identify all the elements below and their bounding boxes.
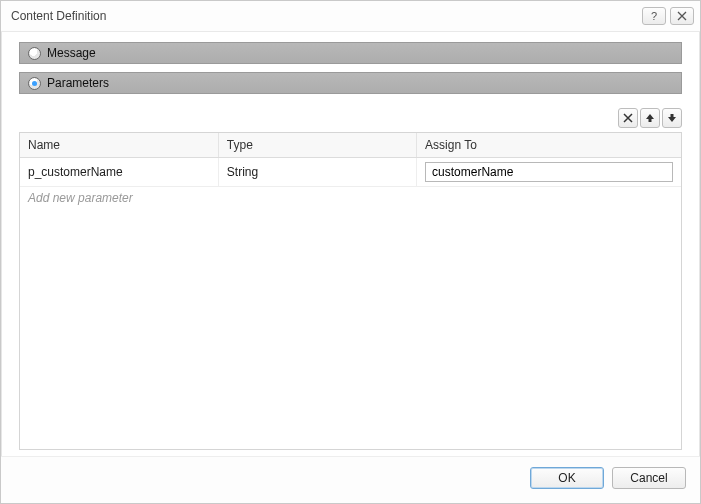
assign-to-input[interactable]: [425, 162, 673, 182]
move-up-button[interactable]: [640, 108, 660, 128]
cell-assign[interactable]: [417, 158, 681, 187]
cell-name[interactable]: p_customerName: [20, 158, 218, 187]
table-header-row: Name Type Assign To: [20, 133, 681, 158]
delete-button[interactable]: [618, 108, 638, 128]
parameters-table: Name Type Assign To p_customerName Strin…: [20, 133, 681, 209]
help-button[interactable]: ?: [642, 7, 666, 25]
option-message[interactable]: Message: [19, 42, 682, 64]
cell-type[interactable]: String: [218, 158, 416, 187]
option-parameters[interactable]: Parameters: [19, 72, 682, 94]
dialog-content: Message Parameters: [1, 32, 700, 456]
title-controls: ?: [642, 7, 694, 25]
option-parameters-label: Parameters: [47, 76, 109, 90]
delete-icon: [623, 113, 633, 123]
cancel-button[interactable]: Cancel: [612, 467, 686, 489]
option-message-label: Message: [47, 46, 96, 60]
add-parameter-row[interactable]: Add new parameter: [20, 187, 681, 210]
close-button[interactable]: [670, 7, 694, 25]
arrow-up-icon: [645, 113, 655, 123]
dialog-title: Content Definition: [11, 9, 106, 23]
parameters-toolbar: [19, 108, 682, 132]
help-icon: ?: [651, 10, 657, 22]
parameters-area: Name Type Assign To p_customerName Strin…: [19, 108, 682, 450]
move-down-button[interactable]: [662, 108, 682, 128]
column-header-type[interactable]: Type: [218, 133, 416, 158]
table-row[interactable]: p_customerName String: [20, 158, 681, 187]
content-definition-dialog: Content Definition ? Message Parameters: [0, 0, 701, 504]
add-parameter-label: Add new parameter: [20, 187, 681, 210]
parameters-table-wrap: Name Type Assign To p_customerName Strin…: [19, 132, 682, 450]
column-header-name[interactable]: Name: [20, 133, 218, 158]
radio-message-icon: [28, 47, 41, 60]
close-icon: [677, 11, 687, 21]
column-header-assign[interactable]: Assign To: [417, 133, 681, 158]
arrow-down-icon: [667, 113, 677, 123]
radio-parameters-icon: [28, 77, 41, 90]
titlebar: Content Definition ?: [1, 1, 700, 32]
ok-button[interactable]: OK: [530, 467, 604, 489]
dialog-footer: OK Cancel: [1, 456, 700, 503]
